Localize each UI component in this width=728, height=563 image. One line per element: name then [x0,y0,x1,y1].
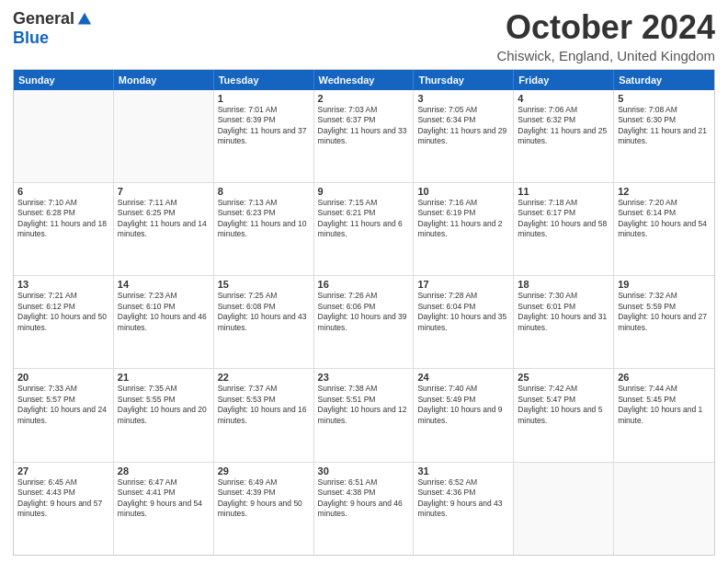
day-cell-29: 29Sunrise: 6:49 AM Sunset: 4:39 PM Dayli… [214,463,314,555]
day-info: Sunrise: 7:21 AM Sunset: 6:12 PM Dayligh… [17,291,109,333]
day-info: Sunrise: 7:08 AM Sunset: 6:30 PM Dayligh… [618,105,711,147]
day-cell-8: 8Sunrise: 7:13 AM Sunset: 6:23 PM Daylig… [214,183,314,275]
day-number: 7 [118,186,210,197]
day-cell-25: 25Sunrise: 7:42 AM Sunset: 5:47 PM Dayli… [514,369,614,461]
day-number: 9 [318,186,410,197]
calendar-body: 1Sunrise: 7:01 AM Sunset: 6:39 PM Daylig… [14,90,714,555]
calendar-week-4: 20Sunrise: 7:33 AM Sunset: 5:57 PM Dayli… [14,368,714,461]
day-info: Sunrise: 7:01 AM Sunset: 6:39 PM Dayligh… [218,105,310,147]
day-number: 20 [17,372,109,383]
day-number: 18 [518,279,609,290]
day-cell-22: 22Sunrise: 7:37 AM Sunset: 5:53 PM Dayli… [214,369,314,461]
day-number: 11 [518,186,609,197]
day-info: Sunrise: 7:11 AM Sunset: 6:25 PM Dayligh… [118,198,210,240]
day-number: 14 [118,279,210,290]
day-number: 2 [318,93,410,104]
weekday-header-tuesday: Tuesday [214,70,314,90]
weekday-header-saturday: Saturday [614,70,714,90]
day-number: 26 [618,372,711,383]
day-number: 13 [17,279,109,290]
day-info: Sunrise: 7:44 AM Sunset: 5:45 PM Dayligh… [618,384,711,426]
day-cell-empty [14,90,114,182]
weekday-header-monday: Monday [114,70,214,90]
day-cell-26: 26Sunrise: 7:44 AM Sunset: 5:45 PM Dayli… [614,369,714,461]
day-cell-5: 5Sunrise: 7:08 AM Sunset: 6:30 PM Daylig… [614,90,714,182]
day-info: Sunrise: 7:37 AM Sunset: 5:53 PM Dayligh… [218,384,310,426]
day-cell-17: 17Sunrise: 7:28 AM Sunset: 6:04 PM Dayli… [414,276,514,368]
day-cell-27: 27Sunrise: 6:45 AM Sunset: 4:43 PM Dayli… [14,463,114,555]
day-cell-7: 7Sunrise: 7:11 AM Sunset: 6:25 PM Daylig… [114,183,214,275]
day-cell-14: 14Sunrise: 7:23 AM Sunset: 6:10 PM Dayli… [114,276,214,368]
day-info: Sunrise: 6:45 AM Sunset: 4:43 PM Dayligh… [17,477,109,520]
header: General Blue October 2024 Chiswick, Engl… [13,9,715,63]
day-info: Sunrise: 7:05 AM Sunset: 6:34 PM Dayligh… [417,105,509,147]
day-cell-empty [614,463,714,555]
day-number: 12 [618,186,711,197]
day-number: 25 [518,372,609,383]
logo-general: General [13,9,74,29]
weekday-header-thursday: Thursday [414,70,514,90]
day-cell-6: 6Sunrise: 7:10 AM Sunset: 6:28 PM Daylig… [14,183,114,275]
page: General Blue October 2024 Chiswick, Engl… [0,0,728,563]
calendar-week-5: 27Sunrise: 6:45 AM Sunset: 4:43 PM Dayli… [14,462,714,555]
day-cell-15: 15Sunrise: 7:25 AM Sunset: 6:08 PM Dayli… [214,276,314,368]
day-info: Sunrise: 7:42 AM Sunset: 5:47 PM Dayligh… [518,384,609,426]
day-info: Sunrise: 7:23 AM Sunset: 6:10 PM Dayligh… [118,291,210,333]
day-number: 27 [17,465,109,477]
day-info: Sunrise: 7:15 AM Sunset: 6:21 PM Dayligh… [318,198,410,240]
day-cell-18: 18Sunrise: 7:30 AM Sunset: 6:01 PM Dayli… [514,276,614,368]
day-cell-31: 31Sunrise: 6:52 AM Sunset: 4:36 PM Dayli… [414,463,514,555]
day-number: 16 [318,279,410,290]
day-number: 30 [318,465,410,477]
day-cell-11: 11Sunrise: 7:18 AM Sunset: 6:17 PM Dayli… [514,183,614,275]
day-info: Sunrise: 7:28 AM Sunset: 6:04 PM Dayligh… [417,291,509,333]
day-cell-24: 24Sunrise: 7:40 AM Sunset: 5:49 PM Dayli… [414,369,514,461]
day-info: Sunrise: 7:06 AM Sunset: 6:32 PM Dayligh… [518,105,609,147]
day-info: Sunrise: 7:38 AM Sunset: 5:51 PM Dayligh… [318,384,410,426]
weekday-header-wednesday: Wednesday [314,70,415,90]
svg-marker-0 [78,12,91,24]
title-section: October 2024 Chiswick, England, United K… [496,9,715,63]
day-info: Sunrise: 6:49 AM Sunset: 4:39 PM Dayligh… [218,477,310,520]
day-number: 5 [618,93,711,104]
day-info: Sunrise: 7:40 AM Sunset: 5:49 PM Dayligh… [417,384,509,426]
day-number: 28 [118,465,210,477]
calendar-week-3: 13Sunrise: 7:21 AM Sunset: 6:12 PM Dayli… [14,275,714,368]
day-cell-30: 30Sunrise: 6:51 AM Sunset: 4:38 PM Dayli… [314,463,415,555]
day-number: 22 [218,372,310,383]
location-subtitle: Chiswick, England, United Kingdom [496,48,715,63]
day-number: 23 [318,372,410,383]
calendar-week-2: 6Sunrise: 7:10 AM Sunset: 6:28 PM Daylig… [14,182,714,275]
calendar-week-1: 1Sunrise: 7:01 AM Sunset: 6:39 PM Daylig… [14,90,714,182]
day-number: 3 [417,93,509,104]
day-number: 6 [17,186,109,197]
day-cell-12: 12Sunrise: 7:20 AM Sunset: 6:14 PM Dayli… [614,183,714,275]
day-info: Sunrise: 6:47 AM Sunset: 4:41 PM Dayligh… [118,477,210,520]
day-cell-23: 23Sunrise: 7:38 AM Sunset: 5:51 PM Dayli… [314,369,415,461]
day-info: Sunrise: 7:30 AM Sunset: 6:01 PM Dayligh… [518,291,609,333]
day-cell-1: 1Sunrise: 7:01 AM Sunset: 6:39 PM Daylig… [214,90,314,182]
day-info: Sunrise: 7:18 AM Sunset: 6:17 PM Dayligh… [518,198,609,240]
day-cell-empty [514,463,614,555]
day-number: 4 [518,93,609,104]
day-number: 31 [417,465,509,477]
day-cell-2: 2Sunrise: 7:03 AM Sunset: 6:37 PM Daylig… [314,90,415,182]
day-cell-19: 19Sunrise: 7:32 AM Sunset: 5:59 PM Dayli… [614,276,714,368]
day-number: 24 [417,372,509,383]
day-number: 19 [618,279,711,290]
day-cell-20: 20Sunrise: 7:33 AM Sunset: 5:57 PM Dayli… [14,369,114,461]
day-info: Sunrise: 6:51 AM Sunset: 4:38 PM Dayligh… [318,477,410,520]
logo: General Blue [13,9,93,48]
day-info: Sunrise: 7:33 AM Sunset: 5:57 PM Dayligh… [17,384,109,426]
day-number: 17 [417,279,509,290]
month-title: October 2024 [496,9,715,46]
day-number: 15 [218,279,310,290]
day-cell-16: 16Sunrise: 7:26 AM Sunset: 6:06 PM Dayli… [314,276,415,368]
day-info: Sunrise: 6:52 AM Sunset: 4:36 PM Dayligh… [417,477,509,520]
weekday-header-sunday: Sunday [14,70,114,90]
day-number: 21 [118,372,210,383]
day-info: Sunrise: 7:32 AM Sunset: 5:59 PM Dayligh… [618,291,711,333]
day-cell-4: 4Sunrise: 7:06 AM Sunset: 6:32 PM Daylig… [514,90,614,182]
day-info: Sunrise: 7:16 AM Sunset: 6:19 PM Dayligh… [417,198,509,240]
day-cell-empty [114,90,214,182]
